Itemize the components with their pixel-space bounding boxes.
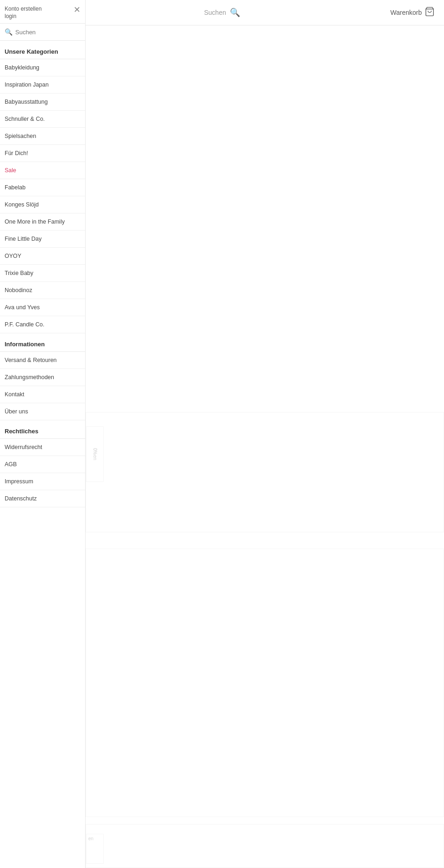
sidebar-item-fine-little-day[interactable]: Fine Little Day [0, 231, 85, 248]
sidebar-item-zahlungsmethoden[interactable]: Zahlungsmethoden [0, 369, 85, 386]
legal-heading: Rechtliches [0, 420, 85, 439]
sidebar-item-fabelab[interactable]: Fabelab [0, 179, 85, 196]
sidebar-item-konges-slojd[interactable]: Konges Slöjd [0, 196, 85, 213]
categories-list: BabykleidungInspiration JapanBabyausstat… [0, 59, 85, 333]
sidebar-item-sale[interactable]: Sale [0, 162, 85, 179]
sidebar-item-widerrufsrecht[interactable]: Widerrufsrecht [0, 439, 85, 456]
create-account-link[interactable]: Konto erstellen [5, 6, 42, 12]
sidebar-item-datenschutz[interactable]: Datenschutz [0, 490, 85, 507]
sidebar-item-ava-und-yves[interactable]: Ava und Yves [0, 299, 85, 316]
header-search-label: Suchen [204, 9, 226, 16]
sidebar-search-input[interactable] [15, 29, 75, 36]
close-button[interactable]: ✕ [74, 6, 80, 14]
sidebar-item-spielsachen[interactable]: Spielsachen [0, 128, 85, 145]
sidebar-item-agb[interactable]: AGB [0, 456, 85, 473]
sidebar-item-babyausstattung[interactable]: Babyausstattung [0, 94, 85, 111]
sidebar-item-nobodinoz[interactable]: Nobodinoz [0, 282, 85, 299]
account-links: Konto erstellen login [5, 6, 42, 19]
sidebar-item-babykleidung[interactable]: Babykleidung [0, 59, 85, 76]
sidebar-search-box: 🔍 [0, 24, 85, 41]
header-cart[interactable]: Warenkorb [390, 6, 435, 19]
login-link[interactable]: login [5, 13, 42, 19]
info-list: Versand & RetourenZahlungsmethodenKontak… [0, 352, 85, 420]
sidebar-item-one-more-family[interactable]: One More in the Family [0, 213, 85, 231]
sidebar-item-impressum[interactable]: Impressum [0, 473, 85, 490]
sidebar-item-inspiration-japan[interactable]: Inspiration Japan [0, 76, 85, 94]
info-heading: Informationen [0, 333, 85, 352]
overlay [86, 0, 444, 868]
sidebar-search-icon: 🔍 [5, 28, 12, 36]
sidebar-item-trixie-baby[interactable]: Trixie Baby [0, 265, 85, 282]
sidebar-item-fur-dich[interactable]: Für Dich! [0, 145, 85, 162]
sidebar: Konto erstellen login ✕ 🔍 Unsere Kategor… [0, 0, 86, 868]
cart-label: Warenkorb [390, 9, 422, 16]
sidebar-item-uber-uns[interactable]: Über uns [0, 403, 85, 420]
account-area: Konto erstellen login ✕ [0, 0, 85, 24]
sidebar-item-oyoy[interactable]: OYOY [0, 248, 85, 265]
header-search-icon[interactable]: 🔍 [230, 7, 240, 18]
categories-heading: Unsere Kategorien [0, 41, 85, 59]
legal-list: WiderrufsrechtAGBImpressumDatenschutz [0, 439, 85, 507]
header-search-area: Suchen 🔍 [204, 7, 240, 18]
sidebar-item-pf-candle-co[interactable]: P.F. Candle Co. [0, 316, 85, 333]
cart-icon [425, 6, 435, 19]
sidebar-item-schnuller-co[interactable]: Schnuller & Co. [0, 111, 85, 128]
sidebar-item-versand-retouren[interactable]: Versand & Retouren [0, 352, 85, 369]
sidebar-item-kontakt[interactable]: Kontakt [0, 386, 85, 403]
